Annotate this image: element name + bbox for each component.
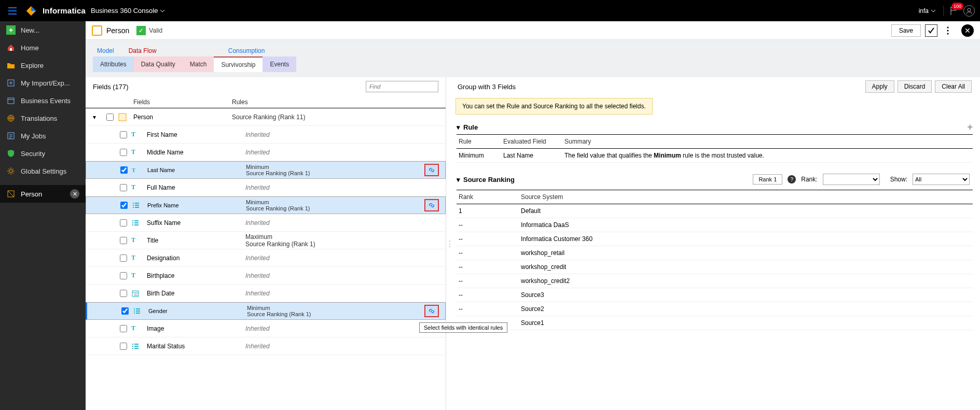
show-select[interactable]: All (913, 174, 970, 185)
list-field-icon (131, 219, 147, 227)
rule-row[interactable]: Minimum Last Name The field value that q… (457, 149, 973, 163)
sr-row[interactable]: --Source1 (457, 316, 973, 330)
subtab-attributes[interactable]: Attributes (93, 56, 134, 72)
nav-my-jobs[interactable]: My Jobs (0, 127, 86, 145)
clear-all-button[interactable]: Clear All (935, 80, 972, 93)
subtab-match[interactable]: Match (183, 56, 214, 72)
nav-import-export[interactable]: My Import/Exp... (0, 74, 86, 92)
nav-business-events[interactable]: Business Events (0, 92, 86, 109)
row-checkbox[interactable] (120, 237, 127, 244)
row-checkbox[interactable] (120, 149, 127, 156)
save-button[interactable]: Save (891, 24, 921, 37)
group-pane: Group with 3 Fields Apply Discard Clear … (453, 77, 980, 410)
sr-row[interactable]: --Informatica Customer 360 (457, 232, 973, 246)
sr-row[interactable]: --Source2 (457, 302, 973, 316)
field-row-birth-date[interactable]: 31 Birth Date Inherited (86, 285, 446, 302)
row-checkbox[interactable] (120, 325, 127, 332)
user-menu[interactable]: infa (915, 7, 940, 15)
rule-section-title: Rule (463, 123, 478, 131)
field-row-image[interactable]: T Image Inherited (86, 320, 446, 337)
text-field-icon: T (132, 167, 147, 173)
row-checkbox[interactable] (120, 272, 127, 279)
sr-row[interactable]: --workshop_retail (457, 246, 973, 260)
add-rule-button[interactable]: + (967, 122, 973, 132)
field-row-middle-name[interactable]: T Middle Name Inherited (86, 144, 446, 161)
page-title: Person (106, 26, 129, 35)
field-row-prefix-name[interactable]: Prefix Name Minimum Source Ranking (Rank… (86, 196, 446, 214)
row-checkbox[interactable] (120, 131, 127, 138)
row-checkbox[interactable] (120, 202, 128, 209)
section-toggle[interactable]: ▾ (457, 176, 460, 183)
close-tab-button[interactable]: ✕ (70, 189, 79, 199)
row-checkbox[interactable] (120, 290, 127, 297)
field-row-last-name[interactable]: T Last Name Minimum Source Ranking (Rank… (86, 161, 446, 179)
field-row-full-name[interactable]: T Full Name Inherited (86, 179, 446, 196)
nav-open-tab-person[interactable]: Person ✕ (0, 185, 86, 203)
nav-translations[interactable]: Translations (0, 109, 86, 127)
rule-line2: Source Ranking (Rank 1) (246, 205, 438, 211)
row-checkbox[interactable] (121, 307, 129, 315)
select-identical-rules-button[interactable] (424, 164, 439, 176)
field-row-designation[interactable]: T Designation Inherited (86, 249, 446, 267)
col-fields: Fields (133, 98, 227, 106)
sr-row[interactable]: 1Default (457, 204, 973, 218)
nav-explore[interactable]: Explore (0, 56, 86, 74)
translations-icon (6, 114, 16, 123)
row-checkbox[interactable] (120, 184, 127, 191)
validate-button[interactable] (925, 24, 937, 37)
tab-data-flow[interactable]: Data Flow (129, 47, 157, 54)
field-label: Birthplace (147, 272, 240, 279)
help-icon[interactable]: ? (788, 175, 796, 183)
tab-model[interactable]: Model (97, 47, 114, 54)
field-row-first-name[interactable]: T First Name Inherited (86, 126, 446, 144)
notifications-button[interactable]: 100 (947, 4, 960, 18)
nav-home[interactable]: Home (0, 39, 86, 56)
splitter-handle[interactable]: ⋮ (446, 77, 453, 410)
subtab-data-quality[interactable]: Data Quality (134, 56, 183, 72)
subtab-survivorship[interactable]: Survivorship (214, 56, 263, 72)
row-checkbox[interactable] (120, 343, 127, 350)
field-row-marital-status[interactable]: Marital Status Inherited (86, 337, 446, 355)
find-input[interactable] (366, 81, 438, 92)
nav-security[interactable]: Security (0, 145, 86, 162)
field-row-root[interactable]: ▾ Person Source Ranking (Rank 11) (86, 108, 446, 126)
close-panel-button[interactable]: ✕ (961, 24, 974, 37)
rank-select[interactable] (823, 174, 880, 185)
sr-row[interactable]: --workshop_credit (457, 260, 973, 274)
sr-row[interactable]: --Source3 (457, 288, 973, 302)
row-checkbox[interactable] (120, 166, 128, 174)
nav-global-settings[interactable]: Global Settings (0, 162, 86, 180)
col-summary: Summary (564, 138, 971, 145)
nav-home-label: Home (21, 44, 39, 52)
more-actions-button[interactable] (942, 24, 954, 37)
field-row-birthplace[interactable]: T Birthplace Inherited (86, 267, 446, 285)
fields-pane: Fields (177) Fields Rules ▾ Person Sourc… (86, 77, 446, 410)
apply-button[interactable]: Apply (865, 80, 894, 93)
inherited-label: Inherited (245, 290, 270, 297)
expand-toggle[interactable]: ▾ (93, 114, 104, 121)
nav-new[interactable]: + New... (0, 21, 86, 39)
sr-row[interactable]: --Informatica DaaS (457, 218, 973, 232)
rule-summary: The field value that qualifies the Minim… (564, 152, 971, 159)
hamburger-menu[interactable] (5, 4, 20, 18)
row-checkbox[interactable] (120, 219, 127, 227)
select-identical-rules-button[interactable] (424, 305, 439, 317)
text-field-icon: T (131, 254, 147, 262)
subtab-events[interactable]: Events (263, 56, 296, 72)
row-checkbox[interactable] (120, 255, 127, 262)
tab-consumption[interactable]: Consumption (228, 47, 265, 54)
section-toggle[interactable]: ▾ (457, 123, 460, 131)
sr-row[interactable]: --workshop_credit2 (457, 274, 973, 288)
app-context-switcher[interactable]: Business 360 Console (91, 7, 165, 15)
field-label: Marital Status (147, 343, 240, 350)
row-checkbox[interactable] (106, 114, 114, 121)
select-identical-rules-button[interactable] (424, 199, 439, 211)
discard-button[interactable]: Discard (898, 80, 932, 93)
profile-button[interactable] (963, 5, 975, 17)
field-row-gender[interactable]: Gender Minimum Source Ranking (Rank 1) S… (86, 302, 446, 320)
field-row-suffix-name[interactable]: Suffix Name Inherited (86, 214, 446, 232)
rank-pill[interactable]: Rank 1 (753, 174, 782, 185)
field-row-title[interactable]: T Title Maximum Source Ranking (Rank 1) (86, 232, 446, 249)
entity-icon (118, 112, 133, 122)
rule-line1: Minimum (246, 199, 438, 205)
